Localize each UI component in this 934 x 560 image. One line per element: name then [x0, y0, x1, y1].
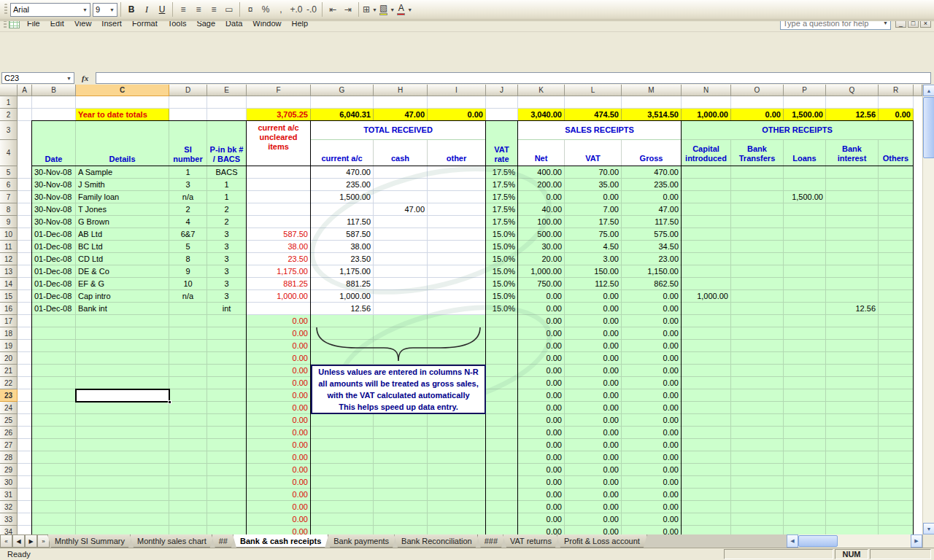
- cell-H13[interactable]: [374, 265, 428, 278]
- row-header-30[interactable]: 30: [0, 476, 18, 489]
- cell-K14[interactable]: 750.00: [518, 278, 565, 290]
- cell-R27[interactable]: [879, 439, 914, 451]
- cell-J14[interactable]: 15.0%: [486, 278, 518, 290]
- cell-F20[interactable]: 0.00: [247, 352, 311, 365]
- cell-L1[interactable]: [565, 96, 622, 109]
- cell-A11[interactable]: [18, 241, 32, 253]
- cell-D15[interactable]: n/a: [169, 290, 207, 303]
- cell-F19[interactable]: 0.00: [247, 340, 311, 352]
- cell-A9[interactable]: [18, 216, 32, 228]
- cell-B22[interactable]: [32, 377, 76, 389]
- cell-I10[interactable]: [428, 228, 486, 241]
- cell-F26[interactable]: 0.00: [247, 427, 311, 439]
- cell-C19[interactable]: [76, 340, 169, 352]
- row-header-3[interactable]: 3: [0, 121, 18, 140]
- row-header-24[interactable]: 24: [0, 402, 18, 414]
- cell-C10[interactable]: AB Ltd: [76, 228, 169, 241]
- cell-N31[interactable]: [682, 489, 731, 501]
- cell-G13[interactable]: 1,175.00: [311, 265, 374, 278]
- cell-D16[interactable]: [169, 303, 207, 315]
- cell-E15[interactable]: 3: [207, 290, 247, 303]
- cell-A16[interactable]: [18, 303, 32, 315]
- cell-D14[interactable]: 10: [169, 278, 207, 290]
- cell-N17[interactable]: [682, 315, 731, 327]
- cell-P28[interactable]: [784, 451, 826, 464]
- font-name-combo[interactable]: Arial ▼: [10, 3, 90, 17]
- cell-O12[interactable]: [731, 253, 784, 265]
- cell-E8[interactable]: 2: [207, 203, 247, 216]
- cell-N22[interactable]: [682, 377, 731, 389]
- cell-B6[interactable]: 30-Nov-08: [32, 179, 76, 191]
- vertical-scroll-thumb[interactable]: [923, 97, 934, 158]
- row-header-4[interactable]: 4: [0, 140, 18, 166]
- row-header-33[interactable]: 33: [0, 513, 18, 526]
- cell-J29[interactable]: [486, 464, 518, 476]
- cell-K21[interactable]: 0.00: [518, 365, 565, 377]
- cell-D24[interactable]: [169, 402, 207, 414]
- cell-K16[interactable]: 0.00: [518, 303, 565, 315]
- row-header-25[interactable]: 25: [0, 414, 18, 427]
- cell-D27[interactable]: [169, 439, 207, 451]
- cell-C28[interactable]: [76, 451, 169, 464]
- cell-C7[interactable]: Family loan: [76, 191, 169, 203]
- cell-J20[interactable]: [486, 352, 518, 365]
- cell-J10[interactable]: 15.0%: [486, 228, 518, 241]
- cell-G26[interactable]: [311, 427, 374, 439]
- cell-E13[interactable]: 3: [207, 265, 247, 278]
- cell-Q15[interactable]: [826, 290, 879, 303]
- cell-O6[interactable]: [731, 179, 784, 191]
- cell-D28[interactable]: [169, 451, 207, 464]
- cell-N15[interactable]: 1,000.00: [682, 290, 731, 303]
- cell-Q19[interactable]: [826, 340, 879, 352]
- cell-P19[interactable]: [784, 340, 826, 352]
- cell-M5[interactable]: 470.00: [622, 166, 682, 179]
- cell-F33[interactable]: 0.00: [247, 513, 311, 526]
- cell-H8[interactable]: 47.00: [374, 203, 428, 216]
- cell-C13[interactable]: DE & Co: [76, 265, 169, 278]
- cell-B21[interactable]: [32, 365, 76, 377]
- cell-K12[interactable]: 20.00: [518, 253, 565, 265]
- cell-E26[interactable]: [207, 427, 247, 439]
- currency-icon[interactable]: ¤: [243, 2, 258, 17]
- cell-L10[interactable]: 75.00: [565, 228, 622, 241]
- row-header-22[interactable]: 22: [0, 377, 18, 389]
- cell-L9[interactable]: 17.50: [565, 216, 622, 228]
- cell-E20[interactable]: [207, 352, 247, 365]
- cell-I34[interactable]: [428, 526, 486, 534]
- cell-D6[interactable]: 3: [169, 179, 207, 191]
- cell-G15[interactable]: 1,000.00: [311, 290, 374, 303]
- cell-K19[interactable]: 0.00: [518, 340, 565, 352]
- cell-O17[interactable]: [731, 315, 784, 327]
- cell-O28[interactable]: [731, 451, 784, 464]
- cell-E7[interactable]: 1: [207, 191, 247, 203]
- last-sheet-button[interactable]: »: [37, 534, 50, 548]
- cell-B25[interactable]: [32, 414, 76, 427]
- cell-K26[interactable]: 0.00: [518, 427, 565, 439]
- cell-N14[interactable]: [682, 278, 731, 290]
- cell-C20[interactable]: [76, 352, 169, 365]
- cell-Q21[interactable]: [826, 365, 879, 377]
- cell-A34[interactable]: [18, 526, 32, 534]
- cell-R1[interactable]: [879, 96, 914, 109]
- cell-Q7[interactable]: [826, 191, 879, 203]
- cell-F24[interactable]: 0.00: [247, 402, 311, 414]
- row-header-16[interactable]: 16: [0, 303, 18, 315]
- cell-K1[interactable]: [518, 96, 565, 109]
- row-header-7[interactable]: 7: [0, 191, 18, 203]
- cell-M34[interactable]: 0.00: [622, 526, 682, 534]
- cell-A17[interactable]: [18, 315, 32, 327]
- cell-I27[interactable]: [428, 439, 486, 451]
- cell-O19[interactable]: [731, 340, 784, 352]
- cell-R30[interactable]: [879, 476, 914, 489]
- cell-O16[interactable]: [731, 303, 784, 315]
- cell-D13[interactable]: 9: [169, 265, 207, 278]
- cell-M19[interactable]: 0.00: [622, 340, 682, 352]
- cell-C9[interactable]: G Brown: [76, 216, 169, 228]
- cell-D8[interactable]: 2: [169, 203, 207, 216]
- cell-J23[interactable]: [486, 389, 518, 402]
- align-center-icon[interactable]: ≡: [191, 2, 206, 17]
- cell-R15[interactable]: [879, 290, 914, 303]
- cell-Q23[interactable]: [826, 389, 879, 402]
- cell-M24[interactable]: 0.00: [622, 402, 682, 414]
- cell-M33[interactable]: 0.00: [622, 513, 682, 526]
